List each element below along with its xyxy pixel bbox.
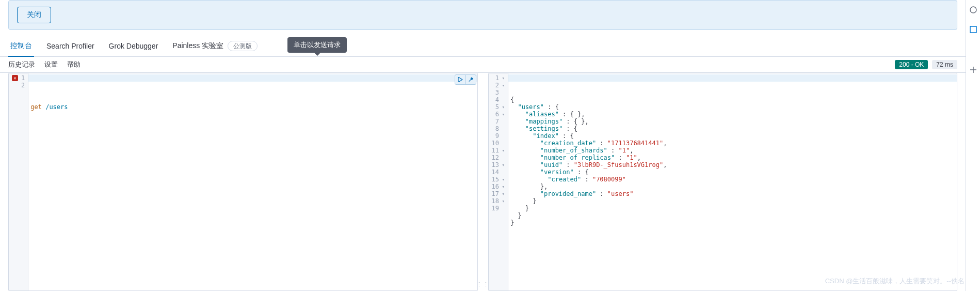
send-request-button[interactable] (455, 75, 465, 84)
wrench-button[interactable] (465, 75, 476, 84)
subtab-help[interactable]: 帮助 (67, 60, 81, 69)
subtab-settings[interactable]: 设置 (44, 60, 58, 69)
tab-label: Painless 实验室 (172, 41, 223, 50)
rail-icon-2[interactable] (969, 25, 978, 34)
main-tabs: 控制台 Search Profiler Grok Debugger Painle… (0, 36, 966, 57)
tab-grok-debugger[interactable]: Grok Debugger (107, 37, 160, 56)
wrench-icon (468, 77, 474, 83)
request-code[interactable]: get /users (28, 73, 477, 290)
tab-painless-lab[interactable]: Painless 实验室 公测版 (170, 36, 260, 57)
status-badge: 200 - OK (895, 60, 928, 69)
rail-icon-1[interactable] (969, 5, 978, 14)
close-button[interactable]: 关闭 (17, 7, 51, 23)
response-code[interactable]: { "users" : { "aliases" : { }, "mappings… (508, 73, 957, 290)
request-actions (455, 74, 476, 85)
console-toolbar: 历史记录 设置 帮助 200 - OK 72 ms (0, 57, 966, 73)
tab-search-profiler[interactable]: Search Profiler (44, 37, 97, 56)
info-banner: 关闭 (8, 0, 957, 30)
response-gutter: 1▾2▾345▾6▾7891011▾1213▾1415▾16▾17▾18▾19 (489, 73, 508, 290)
resize-handle[interactable]: ⋮⋮ (476, 281, 478, 288)
right-rail (966, 0, 980, 291)
watermark: CSDN @生活百般滋味，人生需要笑对。--佚名 (825, 277, 965, 286)
subtab-history[interactable]: 历史记录 (8, 60, 35, 69)
request-gutter: ✕12 (9, 73, 28, 290)
error-icon: ✕ (12, 75, 18, 81)
svg-rect-1 (970, 26, 976, 33)
send-request-tooltip: 单击以发送请求 (287, 37, 347, 53)
svg-point-0 (970, 7, 976, 13)
rail-plus-icon[interactable] (969, 65, 978, 74)
response-time: 72 ms (932, 60, 957, 69)
tab-console[interactable]: 控制台 (8, 36, 34, 57)
request-editor[interactable]: ✕12 get /users ⋮⋮ (8, 73, 478, 291)
response-viewer: 1▾2▾345▾6▾7891011▾1213▾1415▾16▾17▾18▾19 … (488, 73, 958, 291)
beta-badge: 公测版 (228, 41, 258, 51)
play-icon (458, 77, 463, 82)
